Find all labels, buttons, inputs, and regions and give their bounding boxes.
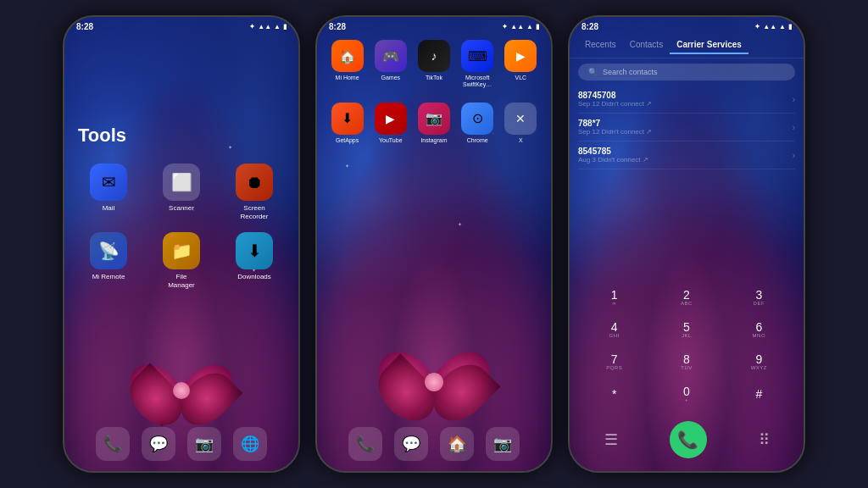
dock-camera-icon[interactable]: 📷 bbox=[187, 427, 221, 461]
dock2-camera-icon[interactable]: 📷 bbox=[486, 427, 520, 461]
dock2-phone-icon[interactable]: 📞 bbox=[348, 427, 382, 461]
contact-item-1[interactable]: 88745708 Sep 12 Didn't connect ↗ › bbox=[578, 86, 795, 114]
signal-icon: ▲▲ bbox=[258, 23, 271, 30]
downloads-icon: ⬇ bbox=[236, 232, 273, 269]
mail-icon: ✉ bbox=[90, 164, 127, 201]
app-youtube[interactable]: ▶ YouTube bbox=[371, 103, 410, 144]
bluetooth-icon: ✦ bbox=[249, 23, 255, 30]
status-icons-1: ✦ ▲▲ ▲ ▮ bbox=[249, 23, 287, 30]
contact-item-2[interactable]: 788*7 Sep 12 Didn't connect ↗ › bbox=[578, 114, 795, 141]
keypad-row-1: 1∞ 2ABC 3DEF bbox=[578, 284, 795, 311]
tab-contacts[interactable]: Contacts bbox=[623, 36, 670, 54]
keypad: 1∞ 2ABC 3DEF 4GHI 5JKL 6MNO 7PQRS 8TUV 9… bbox=[570, 279, 804, 418]
app-mihome[interactable]: 🏠 Mi Home bbox=[328, 40, 367, 89]
key-4[interactable]: 4GHI bbox=[593, 316, 636, 343]
key-7-letters: PQRS bbox=[606, 365, 622, 370]
status-icons-3: ✦ ▲▲ ▲ ▮ bbox=[754, 23, 792, 30]
key-3-num: 3 bbox=[755, 289, 762, 301]
dock2-message-icon[interactable]: 💬 bbox=[394, 427, 428, 461]
dock2-home-icon[interactable]: 🏠 bbox=[440, 427, 474, 461]
key-1-num: 1 bbox=[611, 289, 618, 301]
key-6-letters: MNO bbox=[753, 333, 766, 338]
key-5-letters: JKL bbox=[682, 333, 692, 338]
app-screen-recorder[interactable]: ⏺ ScreenRecorder bbox=[236, 164, 273, 220]
status-bar-2: 8:28 ✦ ▲▲ ▲ ▮ bbox=[317, 17, 551, 33]
wifi-icon-3: ▲ bbox=[779, 23, 786, 30]
dock-phone-icon[interactable]: 📞 bbox=[96, 427, 130, 461]
app-grid-phone2: 🏠 Mi Home 🎮 Games ♪ TikTok ⌨ MicrosoftSw… bbox=[317, 33, 551, 164]
time-1: 8:28 bbox=[76, 22, 93, 31]
key-star[interactable]: * bbox=[593, 380, 636, 408]
key-2-num: 2 bbox=[683, 289, 690, 301]
key-0[interactable]: 0+ bbox=[665, 380, 708, 408]
contact-item-3[interactable]: 8545785 Aug 3 Didn't connect ↗ › bbox=[578, 141, 795, 169]
file-manager-icon: 📁 bbox=[163, 232, 200, 269]
app-vlc[interactable]: ▶ VLC bbox=[501, 40, 540, 89]
bluetooth-icon-3: ✦ bbox=[754, 23, 760, 30]
tiktok-label: TikTok bbox=[426, 75, 442, 81]
phone-1: ✦ ✦ · ✦ 8:28 ✦ ▲▲ ▲ ▮ Tools ✉ Mail ⬜ Sc bbox=[63, 15, 300, 473]
app-row-1: 🏠 Mi Home 🎮 Games ♪ TikTok ⌨ MicrosoftSw… bbox=[326, 40, 542, 89]
time-3: 8:28 bbox=[581, 22, 598, 31]
status-icons-2: ✦ ▲▲ ▲ ▮ bbox=[502, 23, 539, 30]
signal-icon-2: ▲▲ bbox=[510, 23, 524, 30]
tab-carrier-services[interactable]: Carrier Services bbox=[670, 36, 748, 54]
dialer-bottom-bar: ☰ 📞 ⠿ bbox=[570, 418, 804, 465]
instagram-icon: 📷 bbox=[418, 103, 450, 135]
key-8[interactable]: 8TUV bbox=[665, 348, 708, 375]
key-9[interactable]: 9WXYZ bbox=[737, 348, 780, 375]
search-contacts-bar[interactable]: 🔍 Search contacts bbox=[578, 64, 795, 80]
mi-remote-label: Mi Remote bbox=[92, 273, 125, 281]
mihome-label: Mi Home bbox=[336, 75, 359, 81]
youtube-icon: ▶ bbox=[375, 103, 407, 135]
search-placeholder: Search contacts bbox=[603, 68, 658, 76]
contact-sub-1: Sep 12 Didn't connect ↗ bbox=[578, 100, 652, 108]
key-6[interactable]: 6MNO bbox=[737, 316, 780, 343]
app-mail[interactable]: ✉ Mail bbox=[90, 164, 127, 220]
scanner-icon: ⬜ bbox=[163, 164, 200, 201]
app-chrome[interactable]: ⊙ Chrome bbox=[458, 103, 497, 144]
dialpad-icon[interactable]: ⠿ bbox=[759, 430, 770, 449]
menu-icon[interactable]: ☰ bbox=[604, 430, 618, 449]
call-button[interactable]: 📞 bbox=[670, 421, 707, 458]
key-9-letters: WXYZ bbox=[751, 365, 767, 370]
app-x[interactable]: ✕ X bbox=[501, 103, 540, 144]
chrome-label: Chrome bbox=[467, 137, 488, 144]
search-icon: 🔍 bbox=[588, 68, 598, 76]
key-7-num: 7 bbox=[611, 353, 618, 365]
vlc-icon: ▶ bbox=[504, 40, 537, 72]
dock-message-icon[interactable]: 💬 bbox=[142, 427, 175, 461]
key-1-letters: ∞ bbox=[612, 301, 616, 306]
games-icon: 🎮 bbox=[375, 40, 407, 72]
contact-name-2: 788*7 bbox=[578, 119, 652, 128]
tiktok-icon: ♪ bbox=[418, 40, 450, 72]
dock-browser-icon[interactable]: 🌐 bbox=[233, 427, 267, 461]
app-swiftkey[interactable]: ⌨ MicrosoftSwiftKey… bbox=[458, 40, 497, 89]
app-tiktok[interactable]: ♪ TikTok bbox=[415, 40, 453, 89]
contact-arrow-1: › bbox=[793, 95, 795, 104]
key-3[interactable]: 3DEF bbox=[737, 284, 780, 311]
app-instagram[interactable]: 📷 Instagram bbox=[415, 103, 453, 144]
app-getapps[interactable]: ⬇ GetApps bbox=[328, 103, 367, 144]
youtube-label: YouTube bbox=[379, 137, 403, 144]
wifi-icon: ▲ bbox=[274, 23, 281, 30]
key-0-letters: + bbox=[685, 397, 688, 402]
app-scanner[interactable]: ⬜ Scanner bbox=[163, 164, 200, 220]
key-3-letters: DEF bbox=[754, 301, 765, 306]
key-hash-num: # bbox=[755, 388, 762, 400]
app-mi-remote[interactable]: 📡 Mi Remote bbox=[90, 232, 127, 289]
key-1[interactable]: 1∞ bbox=[593, 284, 636, 311]
app-games[interactable]: 🎮 Games bbox=[371, 40, 410, 89]
app-downloads[interactable]: ⬇ Downloads bbox=[236, 232, 273, 289]
key-5[interactable]: 5JKL bbox=[665, 316, 708, 343]
tab-recents[interactable]: Recents bbox=[578, 36, 623, 54]
key-9-num: 9 bbox=[755, 353, 762, 365]
mihome-icon: 🏠 bbox=[331, 40, 364, 72]
keypad-row-2: 4GHI 5JKL 6MNO bbox=[578, 316, 795, 343]
dock-2: 📞 💬 🏠 📷 bbox=[348, 427, 520, 461]
key-hash[interactable]: # bbox=[737, 380, 780, 408]
key-2[interactable]: 2ABC bbox=[665, 284, 708, 311]
key-7[interactable]: 7PQRS bbox=[593, 348, 636, 375]
app-file-manager[interactable]: 📁 FileManager bbox=[163, 232, 200, 289]
signal-icon-3: ▲▲ bbox=[763, 23, 776, 30]
